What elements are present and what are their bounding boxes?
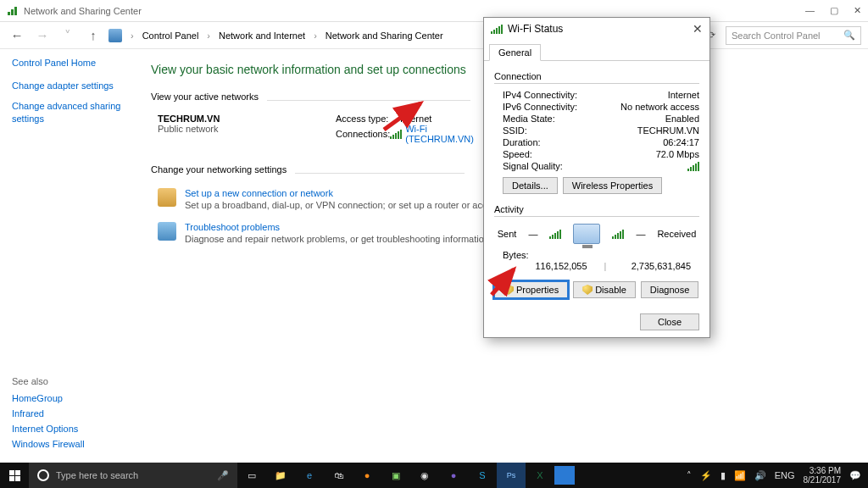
signal-icon (491, 24, 503, 34)
shield-icon (504, 285, 514, 295)
see-also-homegroup[interactable]: HomeGroup (12, 393, 85, 403)
tray-network-icon[interactable]: 📶 (734, 470, 746, 481)
network-icon (7, 5, 19, 17)
forward-button[interactable]: → (32, 28, 53, 42)
window-titlebar: Network and Sharing Center — ▢ ✕ (0, 0, 868, 22)
cortana-search[interactable]: Type here to search 🎤 (29, 463, 237, 488)
see-also-firewall[interactable]: Windows Firewall (12, 439, 85, 449)
cortana-placeholder: Type here to search (56, 470, 138, 480)
system-tray: ˄ ⚡ ▮ 📶 🔊 ENG 3:36 PM 8/21/2017 💬 (687, 466, 868, 485)
recent-dropdown[interactable]: ˅ (58, 28, 78, 43)
duration-label: Duration: (503, 137, 663, 147)
duration-value: 06:24:17 (663, 137, 699, 147)
search-icon: 🔍 (843, 30, 855, 41)
taskbar-app-chrome[interactable]: ◉ (410, 463, 439, 488)
bytes-sent: 116,152,055 (503, 261, 604, 271)
cortana-icon (37, 469, 49, 481)
disable-button[interactable]: Disable (573, 281, 636, 298)
active-networks-label: View your active networks (151, 92, 259, 102)
breadcrumb-sep: › (127, 30, 137, 41)
setup-desc: Set up a broadband, dial-up, or VPN conn… (185, 200, 527, 210)
signal-icon (390, 129, 402, 139)
window-title: Network and Sharing Center (24, 6, 805, 16)
mic-icon[interactable]: 🎤 (217, 470, 229, 481)
close-button[interactable]: ✕ (854, 5, 861, 16)
breadcrumb-root[interactable]: Control Panel (142, 30, 199, 41)
see-also-label: See also (12, 376, 85, 386)
ipv4-label: IPv4 Connectivity: (503, 90, 668, 100)
maximize-button[interactable]: ▢ (830, 5, 838, 16)
control-panel-home-link[interactable]: Control Panel Home (12, 58, 131, 68)
media-label: Media State: (503, 114, 665, 124)
wifi-status-dialog: Wi-Fi Status ✕ General Connection IPv4 C… (483, 17, 710, 338)
taskbar-app-skype[interactable]: S (468, 463, 497, 488)
start-button[interactable] (0, 463, 29, 488)
sidebar-link-adapter[interactable]: Change adapter settings (12, 80, 131, 92)
ipv6-value: No network access (620, 102, 699, 112)
access-type-value: Internet (400, 114, 431, 124)
setup-icon (158, 188, 176, 207)
tray-lang[interactable]: ENG (775, 470, 795, 480)
shield-icon (582, 285, 593, 295)
activity-recv-icon (612, 229, 624, 239)
tab-general[interactable]: General (489, 44, 541, 61)
taskbar-app-explorer[interactable]: 📁 (266, 463, 295, 488)
group-connection: Connection (494, 71, 699, 81)
breadcrumb-l2[interactable]: Network and Sharing Center (326, 30, 443, 41)
signal-quality-label: Signal Quality: (503, 161, 687, 171)
see-also-internet-options[interactable]: Internet Options (12, 424, 85, 434)
dialog-close-button[interactable]: ✕ (693, 22, 703, 36)
tray-action-center[interactable]: 💬 (849, 470, 861, 481)
see-also-infrared[interactable]: Infrared (12, 408, 85, 419)
network-type: Public network (158, 124, 336, 134)
svg-rect-2 (14, 7, 17, 15)
bytes-received: 2,735,631,845 (606, 261, 691, 271)
taskbar-app-firefox[interactable]: ● (353, 463, 381, 488)
svg-rect-1 (11, 9, 14, 15)
taskbar-app-generic[interactable] (554, 466, 575, 485)
tray-overflow[interactable]: ˄ (687, 470, 692, 481)
task-view-button[interactable]: ▭ (237, 463, 266, 488)
taskbar-app-store[interactable]: 🛍 (324, 463, 353, 488)
taskbar-app-photoshop[interactable]: Ps (497, 463, 526, 488)
taskbar-app-excel[interactable]: X (526, 463, 554, 488)
diagnose-button[interactable]: Diagnose (641, 281, 698, 298)
search-input[interactable]: Search Control Panel 🔍 (726, 26, 861, 45)
see-also: See also HomeGroup Infrared Internet Opt… (12, 376, 85, 449)
tray-volume-icon[interactable]: 🔊 (754, 470, 766, 481)
network-name: TECHRUM.VN (158, 114, 336, 124)
computer-icon (573, 224, 600, 244)
ssid-value: TECHRUM.VN (637, 125, 699, 136)
taskbar-app-edge[interactable]: e (295, 463, 324, 488)
tray-battery-icon[interactable]: ▮ (721, 470, 726, 481)
sent-dash: — (528, 229, 537, 239)
connection-link[interactable]: Wi-Fi (TECHRUM.VN) (405, 124, 480, 144)
tray-power-icon[interactable]: ⚡ (700, 470, 712, 481)
recv-dash: — (636, 229, 645, 239)
setup-title: Set up a new connection or network (185, 188, 527, 198)
sidebar-link-sharing[interactable]: Change advanced sharing settings (12, 100, 131, 125)
ipv4-value: Internet (668, 90, 699, 100)
svg-rect-0 (8, 12, 10, 15)
ipv6-label: IPv6 Connectivity: (503, 102, 620, 112)
taskbar-app-eclipse[interactable]: ● (439, 463, 468, 488)
tray-clock[interactable]: 3:36 PM 8/21/2017 (804, 466, 842, 485)
up-button[interactable]: ↑ (83, 28, 103, 42)
connections-label: Connections: (336, 129, 390, 139)
activity-sent-icon (549, 229, 561, 239)
address-bar: ← → ˅ ↑ › Control Panel › Network and In… (0, 22, 868, 49)
wireless-properties-button[interactable]: Wireless Properties (563, 177, 662, 194)
received-label: Received (657, 229, 696, 239)
close-dialog-button[interactable]: Close (640, 313, 699, 330)
back-button[interactable]: ← (7, 28, 27, 42)
properties-button[interactable]: Properties (494, 281, 568, 298)
change-settings-label: Change your networking settings (151, 164, 287, 175)
breadcrumb-l1[interactable]: Network and Internet (219, 30, 305, 41)
taskbar-app-notepadpp[interactable]: ▣ (381, 463, 410, 488)
speed-value: 72.0 Mbps (656, 149, 699, 159)
minimize-button[interactable]: — (805, 5, 815, 16)
signal-quality-icon (687, 161, 699, 171)
dialog-titlebar[interactable]: Wi-Fi Status ✕ (484, 18, 709, 40)
access-type-label: Access type: (336, 114, 400, 124)
details-button[interactable]: Details... (503, 177, 558, 194)
